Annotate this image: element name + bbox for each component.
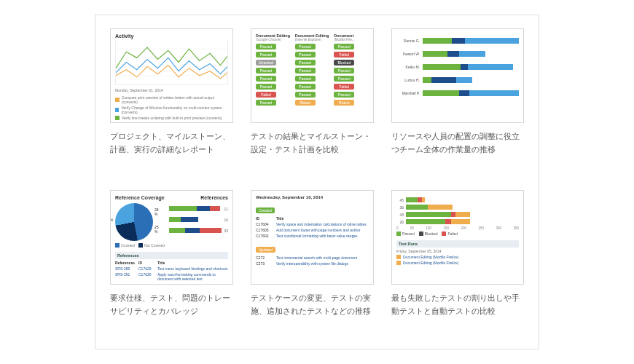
card-team-workload: Dennis G.Keaton W.Keiko M.Lucius H.Marsh… bbox=[391, 28, 524, 174]
pie-chart: 47 % 25 % 28 % bbox=[115, 203, 153, 241]
status-chip: Retest bbox=[334, 100, 354, 106]
fail-bars: 45364326 bbox=[396, 197, 519, 224]
status-chip: Passed bbox=[256, 44, 276, 50]
status-chip: Passed bbox=[334, 92, 354, 98]
card-results-compare: Document Editing(Google Chrome)Document … bbox=[251, 28, 374, 174]
line-chart bbox=[115, 40, 228, 85]
status-chip: Passed bbox=[295, 52, 316, 58]
card-fail-compare: 45364326 050100150200250300350 PassedBlo… bbox=[391, 190, 524, 336]
card-caption: 要求仕様、テスト、問題のトレーサビリティとカバレッジ bbox=[110, 292, 233, 317]
workload-row: Marshall P. bbox=[396, 90, 519, 96]
status-chip: Passed bbox=[295, 92, 316, 98]
thumb-activity: Activity Monday, September 01, 2014 Comp… bbox=[110, 28, 233, 123]
features-grid: Activity Monday, September 01, 2014 Comp… bbox=[95, 15, 539, 349]
card-caption: テストの結果とマイルストーン・設定・テスト計画を比較 bbox=[251, 130, 374, 156]
workload-row: Dennis G. bbox=[396, 38, 519, 44]
thumb-changes: Wednesday, September 10, 2014 Created ID… bbox=[251, 190, 374, 285]
workload-row: Lucius H. bbox=[396, 77, 519, 83]
card-activity-report: Activity Monday, September 01, 2014 Comp… bbox=[110, 28, 233, 174]
fail-scale: 050100150200250300350 bbox=[396, 226, 519, 230]
chart-title: Activity bbox=[115, 33, 228, 39]
coverage-tab: References bbox=[200, 195, 228, 200]
coverage-title: Reference Coverage bbox=[115, 195, 165, 200]
legend-swatch bbox=[115, 98, 120, 102]
card-caption: 最も失敗したテストの割り出しや手動テストと自動テストの比較 bbox=[391, 292, 524, 317]
legend-swatch bbox=[115, 116, 120, 120]
status-chip: Blocked bbox=[334, 60, 354, 66]
workload-row: Keiko M. bbox=[396, 64, 519, 70]
chart-legend: Compare print preview of written letters… bbox=[115, 95, 228, 120]
workload-row: Keaton W. bbox=[396, 51, 519, 57]
status-chip: Passed bbox=[295, 60, 316, 66]
tag-created: Created bbox=[256, 207, 275, 213]
status-chip: Passed bbox=[256, 68, 276, 74]
fail-legend: PassedBlockedFailed bbox=[396, 232, 519, 236]
status-chip: Retest bbox=[295, 100, 316, 106]
references-header: References bbox=[115, 252, 228, 259]
card-caption: リソースや人員の配置の調整に役立つチーム全体の作業量の推移 bbox=[391, 130, 524, 156]
card-coverage: Reference Coverage References 47 % 25 % … bbox=[110, 190, 233, 336]
status-chip: Passed bbox=[334, 68, 354, 74]
status-chip: Passed bbox=[334, 44, 354, 50]
coverage-bars: 111633 bbox=[169, 203, 228, 248]
status-chip: Passed bbox=[295, 68, 316, 74]
status-chip: Passed bbox=[256, 100, 276, 106]
card-caption: プロジェクト、マイルストーン、計画、実行の詳細なレポート bbox=[110, 130, 233, 156]
status-chip: Passed bbox=[256, 84, 276, 90]
status-chip: Passed bbox=[295, 84, 316, 90]
thumb-fail: 45364326 050100150200250300350 PassedBlo… bbox=[391, 190, 524, 285]
card-caption: テストケースの変更、テストの実施、追加されたテストなどの推移 bbox=[251, 292, 374, 317]
status-chip: Passed bbox=[295, 44, 316, 50]
card-changes: Wednesday, September 10, 2014 Created ID… bbox=[251, 190, 374, 336]
chart-date: Monday, September 01, 2014 bbox=[115, 88, 228, 92]
results-table: Document Editing(Google Chrome)Document … bbox=[256, 33, 369, 106]
runs-header: Test Runs bbox=[396, 240, 519, 248]
status-chip: Failed bbox=[334, 52, 354, 58]
status-chip: Passed bbox=[256, 52, 276, 58]
tag-updated: Updated bbox=[256, 247, 275, 253]
legend-swatch bbox=[115, 108, 119, 112]
thumb-results: Document Editing(Google Chrome)Document … bbox=[251, 28, 374, 123]
status-chip: Passed bbox=[295, 76, 316, 82]
status-chip: Failed bbox=[256, 92, 276, 98]
status-chip: Untested bbox=[256, 60, 276, 66]
changes-date: Wednesday, September 10, 2014 bbox=[256, 195, 369, 199]
thumb-coverage: Reference Coverage References 47 % 25 % … bbox=[110, 190, 233, 285]
thumb-workload: Dennis G.Keaton W.Keiko M.Lucius H.Marsh… bbox=[391, 28, 524, 123]
status-chip: Passed bbox=[334, 76, 354, 82]
status-chip: Failed bbox=[334, 84, 354, 90]
runs-date: Friday, September 05, 2014 bbox=[396, 249, 519, 253]
status-chip: Passed bbox=[256, 76, 276, 82]
